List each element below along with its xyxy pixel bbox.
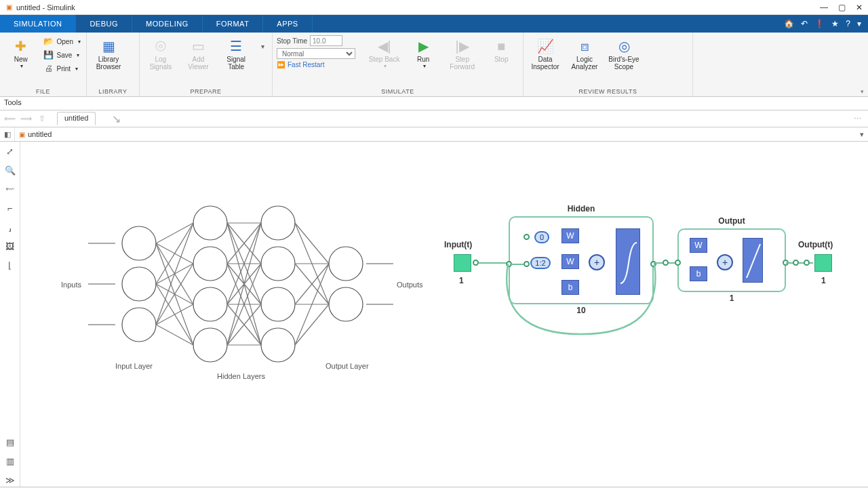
tools-bar: Tools — [0, 97, 868, 110]
birdseye-scope-button[interactable]: ◎Bird's-Eye Scope — [606, 35, 642, 72]
collapse-ribbon-icon[interactable]: ▾ — [857, 19, 861, 28]
nav-back-button[interactable]: ⟸ — [3, 112, 16, 125]
ribbon: ✚New 📂Open 💾Save 🖨Print FILE ▦Library Br… — [0, 33, 868, 97]
log-signals-button[interactable]: ⦾Log Signals — [144, 35, 178, 72]
canvas[interactable]: Inputs Input Layer Hidden Layers Output … — [20, 142, 868, 487]
input-size-label: 1 — [459, 276, 464, 285]
output-activation[interactable] — [743, 238, 763, 283]
svg-point-9 — [193, 247, 227, 281]
help-icon[interactable]: ? — [846, 19, 850, 28]
zoom-fit-icon[interactable]: ⤢ — [3, 144, 17, 158]
ribbon-tabs: SIMULATION DEBUG MODELING FORMAT APPS 🏠 … — [0, 15, 868, 33]
panel-a-icon[interactable]: ▤ — [3, 435, 17, 449]
delay12-chip[interactable]: 1:2 — [530, 257, 551, 269]
hidden-w2[interactable]: W — [561, 254, 579, 269]
input-port[interactable] — [473, 260, 479, 266]
svg-point-5 — [122, 226, 156, 260]
input-layer-label: Input Layer — [115, 362, 153, 370]
stoptime-input[interactable] — [310, 35, 342, 46]
stoptime-label: Stop Time — [277, 37, 307, 45]
tab-apps[interactable]: APPS — [263, 15, 312, 33]
tab-debug[interactable]: DEBUG — [76, 15, 132, 33]
signal-table-button[interactable]: ☰Signal Table — [219, 35, 253, 72]
hidden-w1[interactable]: W — [561, 228, 579, 243]
inputs-label: Inputs — [61, 281, 81, 289]
hidden-sum[interactable]: + — [589, 254, 605, 270]
open-button[interactable]: 📂Open — [42, 35, 82, 47]
model-tab[interactable]: untitled — [57, 112, 96, 125]
group-simulate-label: SIMULATE — [277, 87, 519, 95]
tab-simulation[interactable]: SIMULATION — [0, 15, 76, 33]
home-icon[interactable]: 🏠 — [784, 19, 794, 28]
library-browser-button[interactable]: ▦Library Browser — [91, 35, 126, 72]
output-b[interactable]: b — [690, 266, 707, 281]
tab-modeling[interactable]: MODELING — [132, 15, 203, 33]
breadcrumb: ◧ ▣untitled ▾ — [0, 127, 868, 142]
hidden-b[interactable]: b — [561, 280, 579, 295]
nav-forward-button[interactable]: ⟹ — [19, 112, 33, 125]
hidden-activation[interactable] — [616, 228, 640, 295]
minimize-button[interactable]: — — [819, 3, 829, 12]
maximize-button[interactable]: ▢ — [837, 3, 846, 12]
hidden-layers-label: Hidden Layers — [217, 372, 265, 380]
output-sum[interactable]: + — [717, 254, 733, 270]
nav-up-button[interactable]: ⇧ — [35, 112, 49, 125]
output-port-block[interactable] — [814, 254, 832, 272]
titlebar: ▣ untitled - Simulink — ▢ ✕ — [0, 0, 868, 15]
alert-icon[interactable]: ❗ — [814, 19, 825, 28]
data-inspector-button[interactable]: 📈Data Inspector — [528, 35, 563, 72]
close-window-button[interactable]: ✕ — [854, 3, 864, 12]
area-icon[interactable]: ⸥ — [3, 220, 17, 234]
output-w[interactable]: W — [690, 238, 707, 253]
add-viewer-button[interactable]: ▭Add Viewer — [182, 35, 216, 72]
output-size: 1 — [679, 293, 785, 303]
svg-line-54 — [747, 244, 760, 278]
print-button[interactable]: 🖨Print — [42, 62, 82, 75]
panel-b-icon[interactable]: ▥ — [3, 454, 17, 468]
step-forward-button[interactable]: |▶Step Forward — [445, 35, 480, 72]
undo-icon[interactable]: ↶ — [801, 19, 808, 28]
delay0-chip[interactable]: 0 — [534, 231, 549, 243]
palette: ⤢ 🔍 ⬳ ⌐ ⸥ 🖼 ⌊ ▤ ▥ ≫ — [0, 142, 20, 487]
hide-tabs-button[interactable]: ⋯ — [854, 115, 865, 123]
viewmark-icon[interactable]: ⌊ — [3, 258, 17, 272]
window-title: untitled - Simulink — [16, 3, 75, 12]
run-button[interactable]: ▶Run — [406, 35, 441, 70]
output-sz-label: 1 — [821, 276, 826, 285]
sim-mode-select[interactable]: Normal — [277, 48, 355, 59]
prepare-more-button[interactable]: ▾ — [257, 35, 268, 57]
favorite-icon[interactable]: ★ — [831, 19, 839, 28]
logic-analyzer-button[interactable]: ⧈Logic Analyzer — [567, 35, 602, 72]
new-button[interactable]: ✚New — [4, 35, 38, 70]
svg-line-53 — [295, 304, 329, 345]
model-icon: ▣ — [19, 131, 25, 138]
workspace: ⤢ 🔍 ⬳ ⌐ ⸥ 🖼 ⌊ ▤ ▥ ≫ — [0, 142, 868, 487]
svg-point-6 — [122, 267, 156, 301]
svg-line-29 — [156, 325, 193, 345]
hidden-title: Hidden — [510, 204, 652, 214]
sample-time-icon[interactable]: ⬳ — [3, 182, 17, 196]
fast-restart-button[interactable]: Fast Restart — [288, 61, 324, 68]
svg-line-28 — [156, 304, 193, 325]
cursor-icon: ↘ — [112, 113, 121, 125]
tab-format[interactable]: FORMAT — [203, 15, 264, 33]
stop-button[interactable]: ■Stop — [484, 35, 519, 64]
svg-point-11 — [193, 328, 227, 362]
step-back-button[interactable]: ◀|Step Back — [367, 35, 402, 70]
output-block[interactable]: Output 1 W b + — [677, 228, 786, 292]
breadcrumb-dropdown[interactable]: ▾ — [860, 130, 868, 139]
save-button[interactable]: 💾Save — [42, 49, 82, 61]
model-browser-icon[interactable]: ◧ — [0, 127, 15, 141]
svg-line-26 — [156, 223, 193, 325]
group-review-label: REVIEW RESULTS — [528, 87, 688, 95]
hidden-block[interactable]: Hidden 10 0 1:2 W W b + — [509, 216, 654, 304]
breadcrumb-path[interactable]: untitled — [28, 130, 52, 138]
app-icon: ▣ — [4, 3, 14, 12]
zoom-tool-icon[interactable]: 🔍 — [3, 163, 17, 177]
svg-point-16 — [329, 247, 363, 281]
input-block[interactable] — [454, 254, 471, 272]
simulink-nn[interactable]: Input(t) 1 Hidden 10 0 1:2 W W b + — [444, 203, 851, 338]
image-icon[interactable]: 🖼 — [3, 239, 17, 253]
restore-bottom-icon[interactable]: ≫ — [3, 473, 17, 487]
annotation-icon[interactable]: ⌐ — [3, 201, 17, 215]
